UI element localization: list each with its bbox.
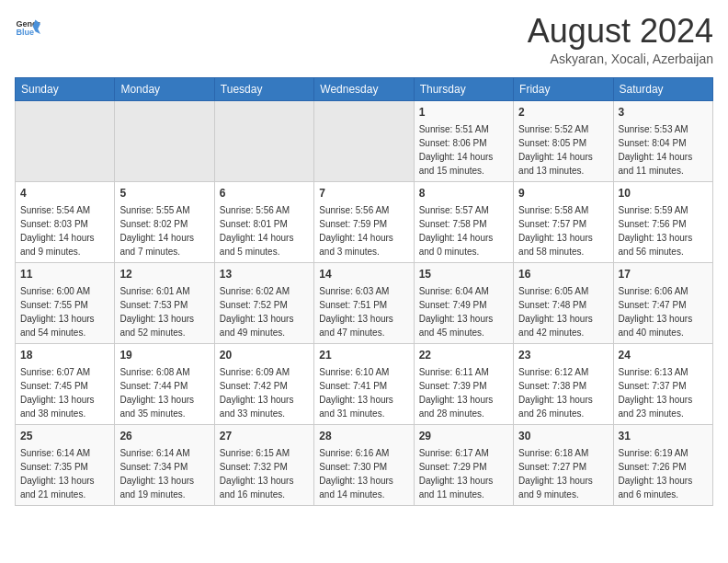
calendar-header-row: SundayMondayTuesdayWednesdayThursdayFrid… (16, 78, 713, 101)
calendar-day-cell: 14Sunrise: 6:03 AMSunset: 7:51 PMDayligh… (314, 263, 414, 344)
calendar-day-cell: 2Sunrise: 5:52 AMSunset: 8:05 PMDaylight… (514, 101, 613, 182)
day-info: Sunrise: 5:56 AMSunset: 8:01 PMDaylight:… (220, 203, 309, 259)
day-number: 17 (619, 267, 708, 282)
calendar-week-row: 25Sunrise: 6:14 AMSunset: 7:35 PMDayligh… (16, 425, 713, 506)
day-number: 29 (419, 429, 508, 444)
day-number: 10 (619, 186, 708, 201)
day-number: 22 (419, 348, 508, 363)
day-number: 2 (518, 105, 608, 121)
day-info: Sunrise: 6:12 AMSunset: 7:38 PMDaylight:… (518, 365, 608, 420)
calendar-day-cell: 11Sunrise: 6:00 AMSunset: 7:55 PMDayligh… (16, 263, 115, 344)
day-info: Sunrise: 5:54 AMSunset: 8:03 PMDaylight:… (20, 203, 109, 259)
calendar-day-cell: 5Sunrise: 5:55 AMSunset: 8:02 PMDaylight… (115, 182, 214, 263)
calendar-day-cell: 3Sunrise: 5:53 AMSunset: 8:04 PMDaylight… (613, 101, 712, 182)
day-number: 4 (20, 186, 109, 201)
day-info: Sunrise: 6:18 AMSunset: 7:27 PMDaylight:… (518, 446, 608, 501)
calendar-week-row: 11Sunrise: 6:00 AMSunset: 7:55 PMDayligh… (16, 263, 713, 344)
day-number: 26 (119, 429, 209, 444)
calendar-day-cell (115, 101, 214, 182)
day-info: Sunrise: 5:53 AMSunset: 8:04 PMDaylight:… (619, 122, 708, 178)
logo: General Blue (15, 15, 40, 40)
day-info: Sunrise: 6:19 AMSunset: 7:26 PMDaylight:… (619, 446, 708, 501)
day-number: 19 (119, 348, 209, 363)
day-info: Sunrise: 5:55 AMSunset: 8:02 PMDaylight:… (119, 203, 209, 259)
day-number: 6 (220, 186, 309, 201)
col-header-monday: Monday (115, 78, 214, 101)
day-info: Sunrise: 6:13 AMSunset: 7:37 PMDaylight:… (619, 365, 708, 420)
calendar-day-cell: 20Sunrise: 6:09 AMSunset: 7:42 PMDayligh… (214, 344, 313, 425)
day-number: 23 (518, 348, 608, 363)
day-info: Sunrise: 5:57 AMSunset: 7:58 PMDaylight:… (419, 203, 508, 259)
calendar-day-cell: 31Sunrise: 6:19 AMSunset: 7:26 PMDayligh… (613, 425, 712, 506)
calendar-day-cell (314, 101, 414, 182)
day-number: 16 (518, 267, 608, 282)
calendar-day-cell: 22Sunrise: 6:11 AMSunset: 7:39 PMDayligh… (414, 344, 513, 425)
calendar-day-cell: 17Sunrise: 6:06 AMSunset: 7:47 PMDayligh… (613, 263, 712, 344)
day-number: 27 (220, 429, 309, 444)
calendar-day-cell: 12Sunrise: 6:01 AMSunset: 7:53 PMDayligh… (115, 263, 214, 344)
day-number: 25 (20, 429, 109, 444)
day-info: Sunrise: 6:15 AMSunset: 7:32 PMDaylight:… (220, 446, 309, 501)
day-info: Sunrise: 6:00 AMSunset: 7:55 PMDaylight:… (20, 284, 109, 339)
day-info: Sunrise: 6:05 AMSunset: 7:48 PMDaylight:… (518, 284, 608, 339)
calendar-day-cell (214, 101, 313, 182)
col-header-tuesday: Tuesday (214, 78, 313, 101)
day-number: 13 (220, 267, 309, 282)
day-number: 7 (319, 186, 408, 201)
day-info: Sunrise: 6:09 AMSunset: 7:42 PMDaylight:… (220, 365, 309, 420)
month-year-title: August 2024 (528, 15, 713, 48)
day-number: 24 (619, 348, 708, 363)
day-number: 9 (518, 186, 608, 201)
calendar-day-cell: 18Sunrise: 6:07 AMSunset: 7:45 PMDayligh… (16, 344, 115, 425)
day-info: Sunrise: 6:04 AMSunset: 7:49 PMDaylight:… (419, 284, 508, 339)
calendar-day-cell: 6Sunrise: 5:56 AMSunset: 8:01 PMDaylight… (214, 182, 313, 263)
day-number: 28 (319, 429, 408, 444)
day-info: Sunrise: 6:10 AMSunset: 7:41 PMDaylight:… (319, 365, 408, 420)
day-info: Sunrise: 6:08 AMSunset: 7:44 PMDaylight:… (119, 365, 209, 420)
day-info: Sunrise: 6:02 AMSunset: 7:52 PMDaylight:… (220, 284, 309, 339)
calendar-week-row: 1Sunrise: 5:51 AMSunset: 8:06 PMDaylight… (16, 101, 713, 182)
calendar-table: SundayMondayTuesdayWednesdayThursdayFrid… (15, 77, 713, 506)
day-number: 30 (518, 429, 608, 444)
calendar-day-cell: 4Sunrise: 5:54 AMSunset: 8:03 PMDaylight… (16, 182, 115, 263)
day-info: Sunrise: 5:58 AMSunset: 7:57 PMDaylight:… (518, 203, 608, 259)
page-header: General Blue August 2024 Askyaran, Xocal… (15, 15, 713, 66)
calendar-day-cell: 29Sunrise: 6:17 AMSunset: 7:29 PMDayligh… (414, 425, 513, 506)
calendar-day-cell: 16Sunrise: 6:05 AMSunset: 7:48 PMDayligh… (514, 263, 613, 344)
calendar-day-cell: 13Sunrise: 6:02 AMSunset: 7:52 PMDayligh… (214, 263, 313, 344)
day-info: Sunrise: 6:14 AMSunset: 7:35 PMDaylight:… (20, 446, 109, 501)
day-number: 1 (419, 105, 508, 121)
day-number: 11 (20, 267, 109, 282)
location-subtitle: Askyaran, Xocali, Azerbaijan (528, 52, 713, 66)
day-number: 5 (119, 186, 209, 201)
col-header-friday: Friday (514, 78, 613, 101)
day-number: 31 (619, 429, 708, 444)
col-header-wednesday: Wednesday (314, 78, 414, 101)
day-number: 12 (119, 267, 209, 282)
day-number: 14 (319, 267, 408, 282)
day-info: Sunrise: 6:06 AMSunset: 7:47 PMDaylight:… (619, 284, 708, 339)
calendar-day-cell: 1Sunrise: 5:51 AMSunset: 8:06 PMDaylight… (414, 101, 513, 182)
day-info: Sunrise: 6:11 AMSunset: 7:39 PMDaylight:… (419, 365, 508, 420)
col-header-saturday: Saturday (613, 78, 712, 101)
calendar-week-row: 18Sunrise: 6:07 AMSunset: 7:45 PMDayligh… (16, 344, 713, 425)
day-info: Sunrise: 6:17 AMSunset: 7:29 PMDaylight:… (419, 446, 508, 501)
day-info: Sunrise: 6:14 AMSunset: 7:34 PMDaylight:… (119, 446, 209, 501)
day-info: Sunrise: 5:52 AMSunset: 8:05 PMDaylight:… (518, 122, 608, 178)
day-info: Sunrise: 6:07 AMSunset: 7:45 PMDaylight:… (20, 365, 109, 420)
calendar-day-cell: 21Sunrise: 6:10 AMSunset: 7:41 PMDayligh… (314, 344, 414, 425)
calendar-day-cell: 28Sunrise: 6:16 AMSunset: 7:30 PMDayligh… (314, 425, 414, 506)
calendar-day-cell: 25Sunrise: 6:14 AMSunset: 7:35 PMDayligh… (16, 425, 115, 506)
day-number: 21 (319, 348, 408, 363)
day-number: 20 (220, 348, 309, 363)
calendar-day-cell: 24Sunrise: 6:13 AMSunset: 7:37 PMDayligh… (613, 344, 712, 425)
col-header-thursday: Thursday (414, 78, 513, 101)
calendar-day-cell: 23Sunrise: 6:12 AMSunset: 7:38 PMDayligh… (514, 344, 613, 425)
calendar-day-cell: 26Sunrise: 6:14 AMSunset: 7:34 PMDayligh… (115, 425, 214, 506)
calendar-day-cell: 10Sunrise: 5:59 AMSunset: 7:56 PMDayligh… (613, 182, 712, 263)
title-section: August 2024 Askyaran, Xocali, Azerbaijan (528, 15, 713, 66)
calendar-day-cell: 15Sunrise: 6:04 AMSunset: 7:49 PMDayligh… (414, 263, 513, 344)
col-header-sunday: Sunday (16, 78, 115, 101)
calendar-day-cell: 9Sunrise: 5:58 AMSunset: 7:57 PMDaylight… (514, 182, 613, 263)
day-info: Sunrise: 6:03 AMSunset: 7:51 PMDaylight:… (319, 284, 408, 339)
